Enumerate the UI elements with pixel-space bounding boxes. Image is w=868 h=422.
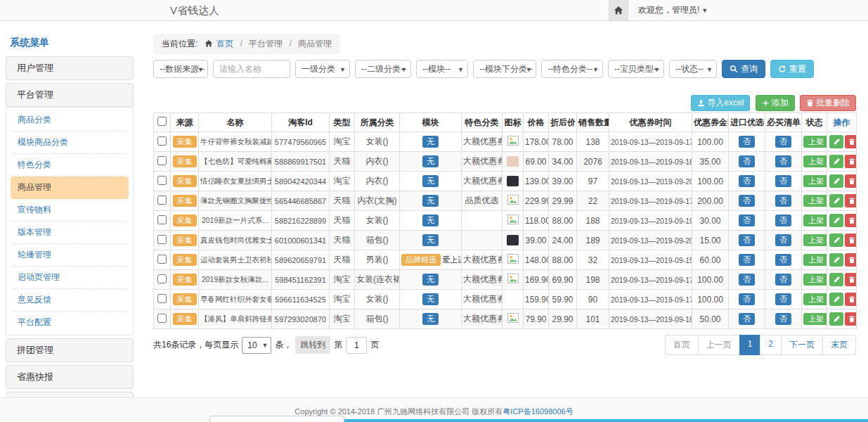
row-checkbox[interactable] bbox=[157, 255, 167, 264]
delete-button[interactable] bbox=[845, 174, 857, 188]
filter-select-category-2[interactable]: --二级分类--▼ bbox=[355, 60, 411, 78]
import-pick-toggle[interactable]: 否 bbox=[739, 234, 755, 246]
status-toggle[interactable]: 上架 bbox=[803, 215, 827, 226]
module-badge[interactable]: 无 bbox=[422, 155, 439, 167]
import-pick-toggle[interactable]: 否 bbox=[739, 274, 755, 286]
home-button[interactable] bbox=[609, 0, 628, 20]
sidebar-item-轮播管理[interactable]: 轮播管理 bbox=[11, 244, 129, 267]
jump-button[interactable]: 跳转到 bbox=[295, 336, 330, 354]
icp-link[interactable]: 粤ICP备16098006号 bbox=[503, 407, 573, 416]
filter-select-item-type[interactable]: --宝贝类型--▼ bbox=[608, 60, 664, 78]
edit-button[interactable] bbox=[829, 234, 843, 247]
module-badge[interactable]: 无 bbox=[422, 195, 439, 207]
edit-button[interactable] bbox=[829, 155, 843, 168]
edit-button[interactable] bbox=[829, 174, 843, 188]
import-pick-toggle[interactable]: 否 bbox=[739, 155, 755, 167]
row-checkbox[interactable] bbox=[157, 294, 167, 303]
module-badge[interactable]: 无 bbox=[422, 293, 439, 305]
reset-button[interactable]: 重置 bbox=[770, 60, 814, 78]
import-pick-toggle[interactable]: 否 bbox=[739, 195, 755, 207]
row-checkbox[interactable] bbox=[157, 215, 167, 224]
page-button-2[interactable]: 2 bbox=[760, 335, 782, 355]
sidebar-item-版本管理[interactable]: 版本管理 bbox=[11, 222, 129, 244]
import-pick-toggle[interactable]: 否 bbox=[739, 136, 755, 148]
import-pick-toggle[interactable]: 否 bbox=[739, 313, 755, 325]
must-buy-toggle[interactable]: 否 bbox=[775, 136, 791, 148]
filter-select-module[interactable]: --模块--▼ bbox=[416, 60, 468, 78]
filter-select-module-sub[interactable]: --模块下分类--▼ bbox=[473, 60, 536, 78]
must-buy-toggle[interactable]: 否 bbox=[775, 195, 791, 207]
page-button-末页[interactable]: 末页 bbox=[822, 335, 856, 355]
edit-button[interactable] bbox=[829, 312, 843, 326]
sidebar-panel-平台管理[interactable]: 平台管理 bbox=[6, 83, 134, 107]
row-checkbox[interactable] bbox=[157, 156, 167, 165]
status-toggle[interactable]: 上架 bbox=[803, 234, 827, 246]
edit-button[interactable] bbox=[829, 214, 843, 227]
sidebar-item-商品管理[interactable]: 商品管理 bbox=[11, 177, 129, 199]
sidebar-panel-拼团管理[interactable]: 拼团管理 bbox=[6, 338, 134, 362]
module-badge[interactable]: 无 bbox=[422, 215, 439, 226]
select-all-checkbox[interactable] bbox=[157, 117, 167, 126]
must-buy-toggle[interactable]: 否 bbox=[775, 293, 791, 305]
row-checkbox[interactable] bbox=[157, 314, 167, 323]
status-toggle[interactable]: 上架 bbox=[803, 195, 827, 207]
delete-button[interactable] bbox=[845, 253, 857, 267]
module-badge[interactable]: 无 bbox=[422, 175, 439, 187]
edit-button[interactable] bbox=[829, 273, 843, 286]
delete-button[interactable] bbox=[845, 273, 857, 286]
delete-button[interactable] bbox=[845, 155, 857, 168]
module-badge[interactable]: 无 bbox=[422, 313, 439, 325]
status-toggle[interactable]: 上架 bbox=[803, 313, 827, 325]
row-checkbox[interactable] bbox=[157, 176, 167, 185]
row-checkbox[interactable] bbox=[157, 136, 167, 146]
must-buy-toggle[interactable]: 否 bbox=[775, 313, 791, 325]
status-toggle[interactable]: 上架 bbox=[803, 155, 827, 167]
breadcrumb-home-link[interactable]: 首页 bbox=[216, 39, 233, 49]
jump-page-input[interactable] bbox=[346, 337, 367, 354]
must-buy-toggle[interactable]: 否 bbox=[775, 274, 791, 286]
must-buy-toggle[interactable]: 否 bbox=[775, 175, 791, 187]
import-excel-button[interactable]: 导入excel bbox=[691, 95, 750, 111]
filter-select-data-source[interactable]: --数据来源--▼ bbox=[153, 60, 208, 78]
delete-button[interactable] bbox=[845, 293, 857, 306]
sidebar-item-特色分类[interactable]: 特色分类 bbox=[11, 154, 129, 177]
import-pick-toggle[interactable]: 否 bbox=[739, 293, 755, 305]
module-badge[interactable]: 无 bbox=[422, 274, 439, 286]
must-buy-toggle[interactable]: 否 bbox=[775, 215, 791, 226]
filter-name-input[interactable] bbox=[213, 60, 290, 78]
edit-button[interactable] bbox=[829, 135, 843, 148]
status-toggle[interactable]: 上架 bbox=[803, 293, 827, 305]
row-checkbox[interactable] bbox=[157, 196, 167, 205]
status-toggle[interactable]: 上架 bbox=[803, 254, 827, 266]
sidebar-item-宣传物料[interactable]: 宣传物料 bbox=[11, 199, 129, 222]
sidebar-panel-省惠快报[interactable]: 省惠快报 bbox=[6, 365, 134, 389]
filter-select-category-1[interactable]: 一级分类▼ bbox=[295, 60, 350, 78]
search-button[interactable]: 查询 bbox=[722, 60, 765, 78]
row-checkbox[interactable] bbox=[157, 235, 167, 244]
edit-button[interactable] bbox=[829, 293, 843, 306]
edit-button[interactable] bbox=[829, 253, 843, 267]
sidebar-item-平台配置[interactable]: 平台配置 bbox=[11, 312, 129, 333]
sidebar-item-启动页管理[interactable]: 启动页管理 bbox=[11, 267, 129, 289]
filter-select-status[interactable]: --状态--▼ bbox=[669, 60, 717, 78]
module-badge[interactable]: 无 bbox=[422, 234, 439, 246]
delete-button[interactable] bbox=[845, 194, 857, 207]
status-toggle[interactable]: 上架 bbox=[803, 136, 827, 148]
delete-button[interactable] bbox=[845, 214, 857, 227]
filter-select-feature[interactable]: --特色分类--▼ bbox=[541, 60, 603, 78]
sidebar-panel-用户管理[interactable]: 用户管理 bbox=[6, 56, 134, 80]
sidebar-item-模块商品分类[interactable]: 模块商品分类 bbox=[11, 132, 129, 154]
row-checkbox[interactable] bbox=[157, 274, 167, 283]
must-buy-toggle[interactable]: 否 bbox=[775, 155, 791, 167]
delete-button[interactable] bbox=[845, 135, 857, 148]
sidebar-item-意见反馈[interactable]: 意见反馈 bbox=[11, 289, 129, 312]
add-button[interactable]: 添加 bbox=[756, 95, 795, 111]
edit-button[interactable] bbox=[829, 194, 843, 207]
module-badge[interactable]: 无 bbox=[422, 136, 439, 148]
import-pick-toggle[interactable]: 否 bbox=[739, 254, 755, 266]
delete-button[interactable] bbox=[845, 312, 857, 326]
must-buy-toggle[interactable]: 否 bbox=[775, 234, 791, 246]
module-badge[interactable]: 品牌精选 bbox=[401, 254, 441, 266]
page-button-下一页[interactable]: 下一页 bbox=[781, 335, 823, 355]
page-size-select[interactable]: 10▼ bbox=[242, 337, 271, 354]
